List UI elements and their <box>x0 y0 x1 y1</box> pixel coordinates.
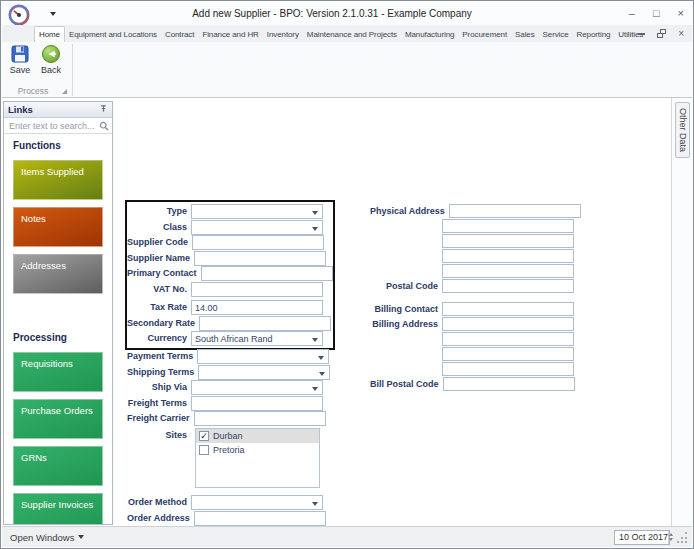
open-windows-button[interactable]: Open Windows <box>6 532 88 543</box>
close-button[interactable]: × <box>678 8 684 19</box>
sidebar-button-purchase-orders[interactable]: Purchase Orders <box>13 399 103 439</box>
site-option-pretoria[interactable]: Pretoria <box>196 443 319 457</box>
sidebar-button-grns[interactable]: GRNs <box>13 446 103 486</box>
field-label: Order Method <box>127 495 191 510</box>
tab-equipment-and-locations[interactable]: Equipment and Locations <box>65 28 161 42</box>
supplier-code-input[interactable] <box>192 235 324 250</box>
sidebar-button-notes[interactable]: Notes <box>13 207 103 247</box>
quick-access-dropdown-icon[interactable] <box>50 12 56 19</box>
physical-address-line-5-input[interactable] <box>442 264 574 278</box>
checkbox-checked-icon[interactable]: ✓ <box>199 431 209 441</box>
save-button[interactable]: Save <box>5 44 35 84</box>
billing-address-line-3-input[interactable] <box>442 347 574 361</box>
sidebar-button-requisitions[interactable]: Requisitions <box>13 352 103 392</box>
type-dropdown[interactable] <box>191 204 323 219</box>
form-row-shipping-terms: Shipping Terms <box>127 365 327 380</box>
field-label-sites: Sites <box>127 428 191 443</box>
sites-listbox[interactable]: ✓DurbanPretoria <box>195 428 320 488</box>
app-window: Add new Supplier - BPO: Version 2.1.0.31… <box>0 0 694 549</box>
back-button[interactable]: Back <box>36 44 66 84</box>
section-heading-functions: Functions <box>13 140 103 151</box>
bill-postal-code-input[interactable] <box>443 377 575 391</box>
date-control[interactable]: 10 Oct 2017 <box>614 530 670 545</box>
tax-rate-input[interactable]: 14.00 <box>191 300 323 315</box>
resize-grip[interactable] <box>676 530 688 544</box>
search-input[interactable] <box>7 120 99 132</box>
ribbon-tabs: HomeEquipment and LocationsContractFinan… <box>34 25 647 42</box>
primary-contact-input[interactable] <box>201 266 333 281</box>
billing-contact-input[interactable] <box>442 302 574 316</box>
pin-icon[interactable] <box>99 104 108 115</box>
site-option-label: Pretoria <box>213 445 245 455</box>
tab-reporting[interactable]: Reporting <box>573 28 615 42</box>
form-row-line <box>370 219 578 233</box>
tab-home[interactable]: Home <box>34 26 65 42</box>
physical-address-line-2-input[interactable] <box>442 219 574 233</box>
vat-no-input[interactable] <box>191 282 323 297</box>
secondary-rate-input[interactable] <box>199 316 331 331</box>
links-panel: Links FunctionsItem <box>3 101 113 525</box>
tab-sales[interactable]: Sales <box>511 28 539 42</box>
date-spinner[interactable] <box>668 531 673 544</box>
form-row-line <box>370 347 578 361</box>
tab-contract[interactable]: Contract <box>161 28 198 42</box>
field-value: South African Rand <box>195 334 273 344</box>
site-option-durban[interactable]: ✓Durban <box>196 429 319 443</box>
minimize-button[interactable]: – <box>629 8 635 19</box>
chevron-down-icon <box>78 535 84 542</box>
shipping-terms-dropdown[interactable] <box>198 365 330 380</box>
order-method-dropdown[interactable] <box>191 495 323 510</box>
field-label: Ship Via <box>127 380 191 395</box>
billing-address-line-2-input[interactable] <box>442 332 574 346</box>
tab-maintenance-and-projects[interactable]: Maintenance and Projects <box>303 28 401 42</box>
tab-other-data[interactable]: Other Data <box>675 102 690 158</box>
field-label: Billing Address <box>370 317 442 332</box>
billing-address-line-4-input[interactable] <box>442 362 574 376</box>
field-label: Secondary Rate <box>127 316 199 331</box>
sidebar-button-items-supplied[interactable]: Items Supplied <box>13 160 103 200</box>
payment-terms-dropdown[interactable] <box>197 349 329 364</box>
physical-address-line-1-input[interactable] <box>449 204 581 218</box>
dialog-launcher-icon[interactable] <box>62 89 67 94</box>
tab-procurement[interactable]: Procurement <box>458 28 511 42</box>
physical-address-line-4-input[interactable] <box>442 249 574 263</box>
physical-address-line-3-input[interactable] <box>442 234 574 248</box>
field-label: Billing Contact <box>370 302 442 317</box>
ship-via-dropdown[interactable] <box>191 380 323 395</box>
form-row-ship-via: Ship Via <box>127 380 327 395</box>
sidebar-button-supplier-invoices[interactable]: Supplier Invoices <box>13 493 103 524</box>
tab-manufacturing[interactable]: Manufacturing <box>401 28 458 42</box>
freight-terms-input[interactable] <box>191 396 323 411</box>
form-row-tax-rate: Tax Rate14.00 <box>127 300 327 315</box>
billing-address-line-1-input[interactable] <box>442 317 574 331</box>
order-address-input[interactable] <box>194 511 326 526</box>
field-label: Class <box>127 220 191 235</box>
tab-service[interactable]: Service <box>539 28 573 42</box>
maximize-button[interactable]: □ <box>653 8 660 19</box>
form-row-physical-address: Physical Address <box>370 204 578 218</box>
currency-dropdown[interactable]: South African Rand <box>191 331 323 346</box>
site-option-label: Durban <box>213 431 243 441</box>
checkbox-unchecked-icon[interactable] <box>199 445 209 455</box>
field-label: Payment Terms <box>127 349 197 364</box>
links-search <box>4 118 112 134</box>
ribbon: Save Back Process <box>2 42 692 98</box>
class-dropdown[interactable] <box>191 220 323 235</box>
ribbon-restore-icon[interactable] <box>657 29 666 38</box>
form-row-primary-contact: Primary Contact <box>127 266 327 281</box>
sidebar-sections: FunctionsItems SuppliedNotesAddressesPro… <box>4 134 112 524</box>
tab-finance-and-hr[interactable]: Finance and HR <box>198 28 262 42</box>
form-row-order-address: Order Address <box>127 511 327 526</box>
search-icon[interactable] <box>99 117 109 135</box>
form-row-type: Type <box>127 204 327 219</box>
ribbon-minimize-icon[interactable] <box>638 33 645 35</box>
ribbon-close-icon[interactable]: × <box>678 29 684 39</box>
field-label: Bill Postal Code <box>370 377 443 392</box>
form-row-supplier-name: Supplier Name <box>127 251 327 266</box>
tab-inventory[interactable]: Inventory <box>263 28 303 42</box>
postal-code-input[interactable] <box>442 279 574 293</box>
ribbon-window-controls: × <box>638 25 684 42</box>
sidebar-button-addresses[interactable]: Addresses <box>13 254 103 294</box>
freight-carrier-input[interactable] <box>194 411 326 426</box>
supplier-name-input[interactable] <box>194 251 326 266</box>
